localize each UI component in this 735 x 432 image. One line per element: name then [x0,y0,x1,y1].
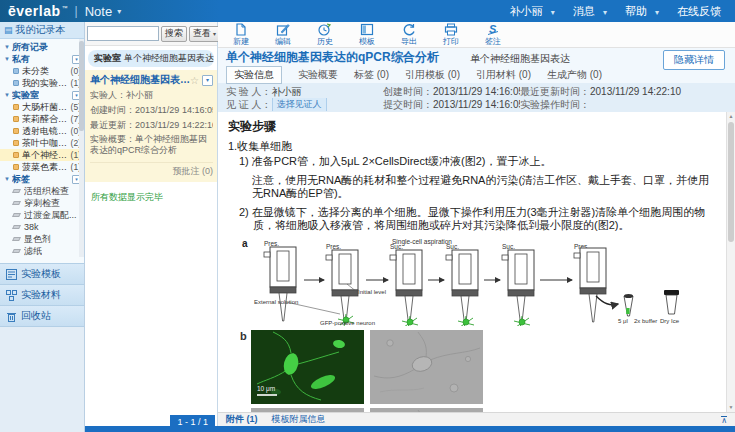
experimenter-value: 补小丽 [272,85,302,98]
updated-label: 最近更新： [90,120,135,130]
sidebar-section-tags[interactable]: ▼ 标签 ▾ [0,173,84,185]
attachments-bar: 附件 (1) 模板附属信息 ∧ [218,412,735,426]
help-menu[interactable]: 帮助 ▾ [625,4,659,19]
sidebar-tag-biopsy[interactable]: 活组织检查 [0,185,84,197]
new-button[interactable]: 新建 [228,23,254,47]
tab-tags[interactable]: 标签 (0) [354,68,389,82]
record-title: 单个神经细胞基因表达... [90,73,190,87]
sidebar-item-tea-caffeine[interactable]: 茶叶中咖啡... (2) [0,137,84,149]
content-scrollbar[interactable]: ▲ ▼ [726,112,735,412]
sidebar-section-private[interactable]: ▼ 私有 ▾ [0,53,84,65]
product-caret-icon[interactable]: ▾ [117,7,121,16]
detail-header: 单个神经细胞基因表达的qPCR综合分析 单个神经细胞基因表达 隐藏详情 实验信息… [218,48,735,116]
gfp-fluorescence-image: 10 μm [251,330,364,404]
tag-icon [12,249,21,253]
tab-experiment-info[interactable]: 实验信息 [226,66,282,84]
gfp-neuron-label: GFP-positive neuron [320,320,375,326]
template-button[interactable]: 模板 [354,23,380,47]
record-dropdown-button[interactable]: ▾ [202,75,213,86]
template-info-link[interactable]: 模板附属信息 [272,413,326,426]
notebook-square-icon [13,68,19,74]
sidebar-item-ecoli[interactable]: 大肠杆菌电... (5) [0,101,84,113]
updated-value: 2013/11/29 14:22:10 [590,86,681,97]
sidebar-item-tem[interactable]: 透射电镜小... (0) [0,125,84,137]
sidebar-tag-puncture[interactable]: 穿刺检查 [0,197,84,209]
search-button[interactable]: 搜索 [161,26,187,42]
figure-a-aspiration-diagram: a Single-cell aspiration Pres. Pres. Suc… [240,238,710,326]
tab-ref-templates[interactable]: 引用模板 (0) [405,68,460,82]
sidebar-tag-metal[interactable]: 过渡金属配... [0,209,84,221]
tab-experiment-summary[interactable]: 实验概要 [298,68,338,82]
preannotation-count[interactable]: 预批注 (0) [90,162,213,178]
edit-pencil-icon [276,23,290,36]
experiment-content: 实验步骤 1.收集单细胞 1) 准备PCR管，加入5μL 2×CellsDire… [218,112,726,412]
sidebar-tag-38k[interactable]: 38k [0,221,84,233]
history-clock-icon [318,23,332,36]
sidebar-tag-filter-paper[interactable]: 滤纸 [0,245,84,257]
favorite-star-icon[interactable]: ☆ [190,75,199,86]
filter-scope: 实验室 [94,53,121,63]
filter-chip[interactable]: 实验室单个神经细胞基因表达 [88,50,214,67]
scrollbar-thumb[interactable] [728,122,734,242]
sidebar-item-spinach[interactable]: 菠菜色素的... (1) [0,161,84,173]
sign-button[interactable]: S 签注 [480,23,506,47]
tab-products[interactable]: 生成产物 (0) [547,68,602,82]
record-list-item-selected[interactable]: 单个神经细胞基因表达... ☆ ▾ 实验人：补小丽 创建时间：2013/11/2… [85,70,217,182]
buffer-volume-label: 5 μl [618,318,628,324]
sidebar-scrollbar[interactable] [79,39,84,257]
attachments-link[interactable]: 附件 (1) [226,413,258,426]
edit-button[interactable]: 编辑 [270,23,296,47]
user-menu[interactable]: 补小丽 ▾ [510,4,555,19]
notebooks-header-label: 我的记录本 [16,23,66,37]
sidebar-scroll-thumb[interactable] [79,41,84,131]
sidebar-item-jasmine[interactable]: 茉莉醛合成... (7) [0,113,84,125]
all-data-loaded-text: 所有数据显示完毕 [91,191,217,204]
history-button[interactable]: 历史 [312,23,338,47]
messages-menu[interactable]: 消息 ▾ [573,4,607,19]
product-name: Note [85,4,112,19]
step-2-text: 2) 在显微镜下，选择分离的单个细胞。显微下操作利用压力(3毫升注射器)清除单个… [239,206,716,233]
sidebar-item-materials[interactable]: 实验材料 [0,285,84,306]
notebook-square-icon [13,140,19,146]
sidebar-tag-developer[interactable]: 显色剂 [0,233,84,245]
dry-ice-label: Dry Ice [660,318,680,324]
search-input[interactable] [87,26,159,41]
collapse-panel-icon[interactable]: ∧ [721,416,727,424]
step-title: 1.收集单细胞 [228,140,716,153]
app-window: ēverlab ™ | Note ▾ 补小丽 ▾ 消息 ▾ 帮助 ▾ 在线反馈 … [0,0,735,432]
scroll-up-icon[interactable]: ▲ [727,112,735,121]
new-document-icon [234,23,248,36]
feedback-link[interactable]: 在线反馈 [677,4,721,19]
expand-caret-icon: ▼ [4,92,12,98]
note-text: 注意，使用无RNA酶的耗材和整个过程避免RNA的污染(清洁工作区、戴上手套、口罩… [252,174,716,201]
sidebar-item-my-records[interactable]: 我的实验记... (1) [0,77,84,89]
tab-ref-materials[interactable]: 引用材料 (0) [476,68,531,82]
scale-bar-label: 10 μm [257,385,275,393]
sidebar-item-recycle-bin[interactable]: 回收站 [0,306,84,327]
sidebar-item-uncategorized[interactable]: 未分类 (0) [0,65,84,77]
view-button[interactable]: 查看▾ [189,26,220,42]
pagination[interactable]: 1 - 1 / 1 [170,415,215,429]
messages-label: 消息 [573,5,595,17]
record-list-panel: 搜索 查看▾ 实验室单个神经细胞基因表达 单个神经细胞基因表达... ☆ ▾ 实… [85,22,218,432]
signature-icon: S [486,23,500,36]
notebook-square-icon [13,128,19,134]
print-button[interactable]: 打印 [438,23,464,47]
sidebar-bottom-nav: 实验模板 实验材料 回收站 [0,263,84,327]
notebooks-header[interactable]: ▤ 我的记录本 [0,22,84,39]
sidebar-item-single-neuron[interactable]: 单个神经细... (1) [0,149,84,161]
hide-details-button[interactable]: 隐藏详情 [663,50,725,70]
sidebar-item-all-records[interactable]: ▼ 所有记录 [0,41,84,53]
notebook-tree: ▼ 所有记录 ▼ 私有 ▾ 未分类 (0) 我的实验记... (1) ▼ 实验室 [0,39,84,257]
scroll-down-icon[interactable]: ▼ [727,403,735,412]
sidebar-section-lab[interactable]: ▼ 实验室 ▾ [0,89,84,101]
buffer-label: 2x buffer [634,318,657,324]
tag-icon [12,213,21,217]
select-witness-button[interactable]: 选择见证人 [272,98,327,111]
user-name: 补小丽 [510,5,543,17]
svg-text:Pres.: Pres. [326,243,341,250]
figure-a-label: a [242,238,248,249]
export-button[interactable]: 导出 [396,23,422,47]
expand-caret-icon: ▼ [4,44,12,50]
sidebar-item-templates[interactable]: 实验模板 [0,264,84,285]
